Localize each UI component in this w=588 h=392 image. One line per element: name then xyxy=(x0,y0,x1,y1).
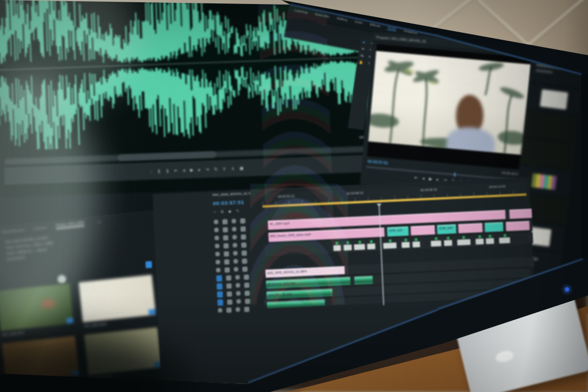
track-toggle[interactable] xyxy=(245,298,250,303)
scrubber-playhead[interactable] xyxy=(454,172,456,176)
source-mark-in-icon[interactable]: ❴ xyxy=(157,169,161,173)
track-toggle[interactable] xyxy=(241,242,246,247)
clip-gh5-034[interactable]: GH5_034 xyxy=(437,224,456,234)
track-toggle[interactable] xyxy=(243,274,249,279)
clip-segment[interactable] xyxy=(475,239,483,245)
source-play-icon[interactable]: ▶ xyxy=(190,168,194,172)
clip-segment[interactable] xyxy=(506,221,530,231)
project-tab-project-mvi-0304[interactable]: Project: MVI_0304 xyxy=(56,221,84,229)
clip-segment[interactable] xyxy=(499,237,510,244)
slip-tool[interactable]: ↹ xyxy=(359,53,365,58)
track-toggle[interactable] xyxy=(223,235,228,240)
track-toggle[interactable] xyxy=(236,299,241,303)
track-toggle[interactable] xyxy=(244,306,249,312)
source-add-marker-icon[interactable]: ◦ xyxy=(150,169,152,173)
track-toggle[interactable] xyxy=(231,218,236,223)
track-toggle[interactable] xyxy=(235,283,240,287)
clip-segment[interactable] xyxy=(457,239,470,245)
hand-tool[interactable]: ✋ xyxy=(358,60,364,65)
track-target-toggle[interactable] xyxy=(216,283,222,289)
source-insert-icon[interactable]: ⇪ xyxy=(223,167,226,171)
bin-up-icon[interactable] xyxy=(57,275,66,284)
clip-segment[interactable] xyxy=(354,276,373,285)
track-toggle[interactable] xyxy=(245,290,250,295)
clip-segment[interactable] xyxy=(485,222,504,232)
project-tab-media-browser[interactable]: Media Browser xyxy=(2,228,25,234)
media-thumbnail-mvi-0297-mov[interactable]: MVI_0297.MOV xyxy=(79,275,158,335)
track-toggle[interactable] xyxy=(242,258,247,263)
source-go-to-in-icon[interactable]: ⇤ xyxy=(175,168,178,172)
track-toggle[interactable] xyxy=(232,235,237,239)
track-toggle[interactable] xyxy=(242,266,247,271)
program-timecode[interactable]: 00:03:57:01 xyxy=(368,159,388,165)
track-target-toggle[interactable] xyxy=(217,299,223,305)
track-toggle[interactable] xyxy=(216,268,220,272)
track-toggle[interactable] xyxy=(224,259,229,264)
track-toggle[interactable] xyxy=(244,282,249,287)
media-thumbnail-mvi-0296-mov[interactable]: MVI_0296.MOV xyxy=(0,283,76,344)
track-toggle[interactable] xyxy=(227,299,232,304)
program-play-icon[interactable]: ▶ xyxy=(429,176,432,180)
track-toggle[interactable] xyxy=(235,307,240,312)
clip-segment[interactable] xyxy=(401,242,409,248)
clip-gh5-020[interactable]: GH5_020 xyxy=(387,226,408,237)
clip-segment[interactable] xyxy=(431,240,442,247)
source-step-forward-icon[interactable]: ▸ xyxy=(198,167,200,171)
track-toggle[interactable] xyxy=(232,226,237,231)
track-toggle[interactable] xyxy=(214,236,219,240)
program-go-to-in-icon[interactable]: ⇤ xyxy=(415,175,418,179)
timeline-add-marker-icon[interactable]: ◆ xyxy=(228,209,231,213)
source-mark-out-icon[interactable]: ❵ xyxy=(166,168,169,172)
clip-segment[interactable] xyxy=(509,209,532,219)
panel-menu-icon[interactable]: ≡ xyxy=(98,220,100,224)
track-toggle[interactable] xyxy=(240,218,245,223)
track-toggle[interactable] xyxy=(214,228,219,232)
clip-segment[interactable] xyxy=(383,243,396,249)
track-toggle[interactable] xyxy=(224,251,229,256)
track-toggle[interactable] xyxy=(222,219,227,224)
track-toggle[interactable] xyxy=(241,234,246,239)
clip-segment[interactable] xyxy=(412,241,420,248)
clip-segment[interactable] xyxy=(368,244,376,250)
track-toggle[interactable] xyxy=(226,307,231,312)
zoom-scrollbar-handle[interactable] xyxy=(117,151,216,162)
track-toggle[interactable] xyxy=(214,220,218,224)
track-toggle[interactable] xyxy=(227,291,232,296)
timeline-linked-selection-icon[interactable]: ⧉ xyxy=(220,209,223,213)
track-toggle[interactable] xyxy=(233,259,238,263)
project-tab-libraries[interactable]: Libraries xyxy=(33,226,47,230)
track-toggle[interactable] xyxy=(242,250,247,255)
clip-segment[interactable] xyxy=(444,240,452,246)
source-go-to-out-icon[interactable]: ⇥ xyxy=(206,167,209,171)
timeline-settings-icon[interactable]: ✎ xyxy=(236,209,239,213)
track-toggle[interactable] xyxy=(241,226,246,231)
track-target-toggle[interactable] xyxy=(216,275,222,281)
ripple-edit-tool[interactable]: ⇹ xyxy=(360,46,366,51)
track-toggle[interactable] xyxy=(215,260,220,264)
source-loop-icon[interactable]: ↻ xyxy=(214,167,218,171)
track-toggle[interactable] xyxy=(226,283,231,288)
track-toggle[interactable] xyxy=(233,243,237,247)
selection-tool[interactable]: ▲ xyxy=(361,39,367,44)
source-overwrite-icon[interactable]: ⇓ xyxy=(231,166,234,170)
source-step-back-icon[interactable]: ◂ xyxy=(183,168,185,172)
track-toggle[interactable] xyxy=(233,251,238,255)
track-target-toggle[interactable] xyxy=(217,291,223,297)
track-toggle[interactable] xyxy=(236,291,241,295)
program-step-back-icon[interactable]: ◂ xyxy=(422,176,424,180)
track-toggle[interactable] xyxy=(235,275,240,279)
source-patch-toggle[interactable] xyxy=(145,261,152,268)
track-toggle[interactable] xyxy=(225,267,230,272)
track-toggle[interactable] xyxy=(215,244,219,248)
clip-segment[interactable] xyxy=(458,223,482,233)
sequence-tab[interactable]: MVI_0304_MOV01_01 ≡ xyxy=(212,191,250,197)
timeline-snap-icon[interactable]: ∩ xyxy=(213,210,216,214)
clip-segment[interactable] xyxy=(354,244,365,250)
clip-segment[interactable] xyxy=(411,225,435,236)
track-toggle[interactable] xyxy=(223,227,228,232)
track-toggle[interactable] xyxy=(223,243,229,248)
track-toggle[interactable] xyxy=(218,308,222,313)
track-toggle[interactable] xyxy=(215,252,220,256)
source-export-frame-icon[interactable]: ▣ xyxy=(239,166,243,170)
clip-segment[interactable] xyxy=(486,238,494,244)
